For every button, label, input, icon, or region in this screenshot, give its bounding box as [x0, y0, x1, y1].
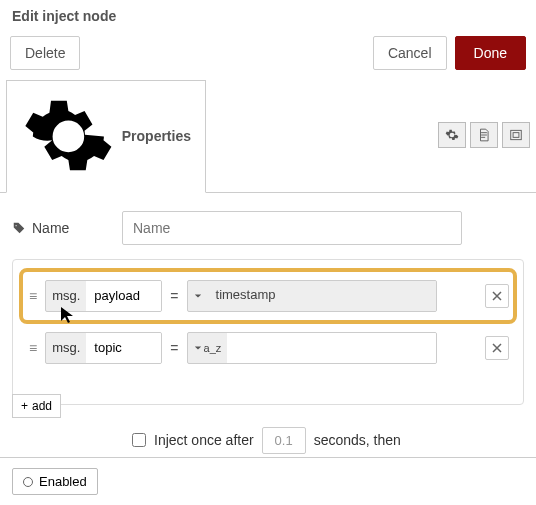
msg-key-input[interactable]: [86, 333, 161, 363]
plus-icon: +: [21, 399, 28, 413]
type-dropdown[interactable]: [188, 281, 208, 311]
enabled-toggle[interactable]: Enabled: [12, 468, 98, 495]
tab-properties[interactable]: Properties: [6, 80, 206, 193]
drag-handle-icon[interactable]: ≡: [27, 340, 39, 356]
caret-down-icon: [194, 292, 202, 300]
delete-button[interactable]: Delete: [10, 36, 80, 70]
msg-key-field[interactable]: msg.: [45, 280, 162, 312]
inject-once-label-after: seconds, then: [314, 432, 401, 448]
inject-delay-input[interactable]: [262, 427, 306, 454]
add-rule-button[interactable]: +add: [12, 394, 61, 418]
msg-key-input[interactable]: [86, 281, 161, 311]
inject-once-label-before: Inject once after: [154, 432, 254, 448]
dialog-title: Edit inject node: [12, 8, 524, 24]
cancel-button[interactable]: Cancel: [373, 36, 447, 70]
value-display: timestamp: [208, 281, 436, 311]
inject-once-checkbox[interactable]: [132, 433, 146, 447]
rule-row: ≡ msg. = a_z: [21, 322, 515, 374]
done-button[interactable]: Done: [455, 36, 526, 70]
rule-row: ≡ msg. = timestamp: [21, 270, 515, 322]
settings-icon-button[interactable]: [438, 122, 466, 148]
docs-icon-button[interactable]: [470, 122, 498, 148]
value-input[interactable]: [227, 333, 435, 363]
gear-icon: [21, 89, 116, 184]
name-label: Name: [12, 220, 112, 236]
close-icon: [492, 291, 502, 301]
drag-handle-icon[interactable]: ≡: [27, 288, 39, 304]
svg-rect-1: [513, 133, 519, 138]
close-icon: [492, 343, 502, 353]
document-icon: [477, 128, 491, 142]
tag-icon: [12, 221, 26, 235]
type-dropdown[interactable]: a_z: [188, 333, 228, 363]
svg-rect-0: [511, 130, 522, 139]
gear-icon: [445, 128, 459, 142]
name-input[interactable]: [122, 211, 462, 245]
circle-icon: [23, 477, 33, 487]
value-field[interactable]: a_z: [187, 332, 437, 364]
remove-rule-button[interactable]: [485, 336, 509, 360]
rules-container: ≡ msg. = timestamp ≡ msg. =: [12, 259, 524, 405]
msg-key-field[interactable]: msg.: [45, 332, 162, 364]
layout-icon: [509, 128, 523, 142]
caret-down-icon: [194, 344, 202, 352]
value-field[interactable]: timestamp: [187, 280, 437, 312]
remove-rule-button[interactable]: [485, 284, 509, 308]
appearance-icon-button[interactable]: [502, 122, 530, 148]
tab-properties-label: Properties: [122, 128, 191, 144]
